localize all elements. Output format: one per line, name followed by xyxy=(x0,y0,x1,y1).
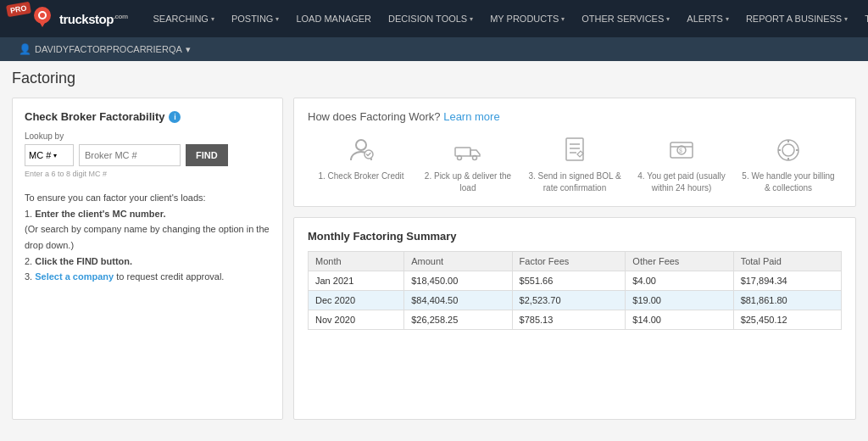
chevron-down-icon: ▾ xyxy=(53,152,57,159)
nav-item-other-services[interactable]: OTHER SERVICES▾ xyxy=(573,0,678,37)
check-broker-panel: Check Broker Factorability i Lookup by M… xyxy=(12,98,283,420)
cell-total-paid: $17,894.34 xyxy=(733,271,841,291)
factoring-steps: 1. Check Broker Credit 2. Pick xyxy=(308,135,842,194)
nav-item-alerts[interactable]: ALERTS▾ xyxy=(678,0,737,37)
svg-point-8 xyxy=(473,156,477,160)
monthly-summary-title: Monthly Factoring Summary xyxy=(308,230,842,243)
chevron-down-icon: ▾ xyxy=(844,15,848,23)
cell-factor-fees: $2,523.70 xyxy=(512,291,626,310)
how-factoring-works-panel: How does Factoring Work? Learn more xyxy=(293,98,856,207)
step-5-label: 5. We handle your billing & collections xyxy=(742,170,835,194)
svg-text:$: $ xyxy=(679,148,682,154)
step-2-label: 2. Pick up & deliver the load xyxy=(421,170,515,194)
col-amount: Amount xyxy=(404,252,512,271)
cell-other-fees: $19.00 xyxy=(626,291,733,310)
how-works-title: How does Factoring Work? Learn more xyxy=(308,110,842,123)
cell-amount: $84,404.50 xyxy=(404,291,512,310)
table-row: Dec 2020 $84,404.50 $2,523.70 $19.00 $81… xyxy=(309,291,842,310)
logo-text: truckstop.com xyxy=(59,12,128,26)
svg-rect-6 xyxy=(455,148,470,156)
monthly-summary-panel: Monthly Factoring Summary Month Amount F… xyxy=(293,217,856,420)
cell-factor-fees: $785.13 xyxy=(512,310,626,330)
nav-item-report-business[interactable]: REPORT A BUSINESS▾ xyxy=(737,0,856,37)
nav-item-decision-tools[interactable]: DECISION TOOLS▾ xyxy=(380,0,481,37)
chevron-down-icon: ▾ xyxy=(726,15,729,23)
summary-table: Month Amount Factor Fees Other Fees Tota… xyxy=(308,251,842,330)
step-3: 3. Send in signed BOL & rate confirmatio… xyxy=(528,135,621,194)
send-bol-icon xyxy=(560,135,589,165)
step-1: 1. Check Broker Credit xyxy=(314,135,408,182)
nav-item-posting[interactable]: POSTING▾ xyxy=(223,0,288,37)
chevron-down-icon: ▾ xyxy=(666,15,670,23)
find-broker-button[interactable]: FIND xyxy=(186,144,228,166)
step-1-label: 1. Check Broker Credit xyxy=(318,170,403,182)
cell-month: Jan 2021 xyxy=(309,271,404,291)
step-4-label: 4. You get paid (usually within 24 hours… xyxy=(635,170,728,194)
col-factor-fees: Factor Fees xyxy=(512,252,626,271)
user-account-nav[interactable]: 👤 DAVIDYFACTORPROCARRIERQA ▾ xyxy=(12,43,198,55)
cell-month: Nov 2020 xyxy=(309,310,404,330)
table-row: Jan 2021 $18,450.00 $551.66 $4.00 $17,89… xyxy=(309,271,842,291)
lookup-row: MC # ▾ FIND xyxy=(25,144,270,166)
billing-collections-icon xyxy=(774,135,803,165)
cell-month: Dec 2020 xyxy=(309,291,404,310)
broker-instructions: To ensure you can factor your client's l… xyxy=(25,190,270,285)
chevron-down-icon: ▾ xyxy=(470,15,473,23)
right-panel: How does Factoring Work? Learn more xyxy=(293,98,856,420)
deliver-load-icon xyxy=(453,135,482,165)
cell-total-paid: $25,450.12 xyxy=(733,310,841,330)
page-content: Factoring Check Broker Factorability i L… xyxy=(0,61,868,441)
main-layout: Check Broker Factorability i Lookup by M… xyxy=(12,98,856,420)
chevron-down-icon: ▾ xyxy=(561,15,565,23)
nav-item-community[interactable]: TRUCKSTOP COMMUNITY xyxy=(856,0,868,37)
svg-point-18 xyxy=(782,144,794,156)
svg-point-7 xyxy=(458,156,462,160)
chevron-down-icon: ▾ xyxy=(211,15,214,23)
cell-total-paid: $81,861.80 xyxy=(733,291,841,310)
page-title: Factoring xyxy=(12,70,856,87)
main-nav-menu: SEARCHING▾ POSTING▾ LOAD MANAGER DECISIO… xyxy=(145,0,868,37)
user-icon: 👤 xyxy=(19,43,31,55)
col-total-paid: Total Paid xyxy=(733,252,841,271)
step-2: 2. Pick up & deliver the load xyxy=(421,135,515,194)
chevron-down-icon: ▾ xyxy=(186,44,191,55)
nav-item-searching[interactable]: SEARCHING▾ xyxy=(145,0,223,37)
nav-item-my-products[interactable]: MY PRODUCTS▾ xyxy=(481,0,573,37)
mc-select-dropdown[interactable]: MC # ▾ xyxy=(25,144,74,166)
chevron-down-icon: ▾ xyxy=(275,15,279,23)
cell-amount: $18,450.00 xyxy=(404,271,512,291)
table-row: Nov 2020 $26,258.25 $785.13 $14.00 $25,4… xyxy=(309,310,842,330)
info-icon[interactable]: i xyxy=(169,111,181,123)
step-3-label: 3. Send in signed BOL & rate confirmatio… xyxy=(528,170,621,194)
cell-amount: $26,258.25 xyxy=(404,310,512,330)
lookup-label: Lookup by xyxy=(25,131,270,141)
broker-mc-input[interactable] xyxy=(79,144,181,166)
check-broker-credit-icon xyxy=(347,135,376,165)
svg-rect-9 xyxy=(566,138,583,160)
cell-factor-fees: $551.66 xyxy=(512,271,626,291)
top-navigation: PRO truckstop.com SEARCHING▾ POSTING▾ LO… xyxy=(0,0,868,37)
step-4: $ 4. You get paid (usually within 24 hou… xyxy=(635,135,728,194)
svg-point-4 xyxy=(356,140,366,150)
col-other-fees: Other Fees xyxy=(626,252,733,271)
truckstop-logo-icon xyxy=(29,5,56,32)
svg-point-3 xyxy=(40,13,45,18)
cell-other-fees: $4.00 xyxy=(626,271,733,291)
learn-more-link[interactable]: Learn more xyxy=(443,110,499,123)
second-navigation: 👤 DAVIDYFACTORPROCARRIERQA ▾ xyxy=(0,37,868,61)
nav-item-load-manager[interactable]: LOAD MANAGER xyxy=(287,0,380,37)
col-month: Month xyxy=(309,252,404,271)
check-broker-title: Check Broker Factorability i xyxy=(25,110,270,123)
cell-other-fees: $14.00 xyxy=(626,310,733,330)
mc-hint: Enter a 6 to 8 digit MC # xyxy=(25,170,270,178)
svg-point-17 xyxy=(778,140,798,160)
get-paid-icon: $ xyxy=(667,135,696,165)
step-5: 5. We handle your billing & collections xyxy=(742,135,835,194)
username-label: DAVIDYFACTORPROCARRIERQA xyxy=(35,44,182,54)
